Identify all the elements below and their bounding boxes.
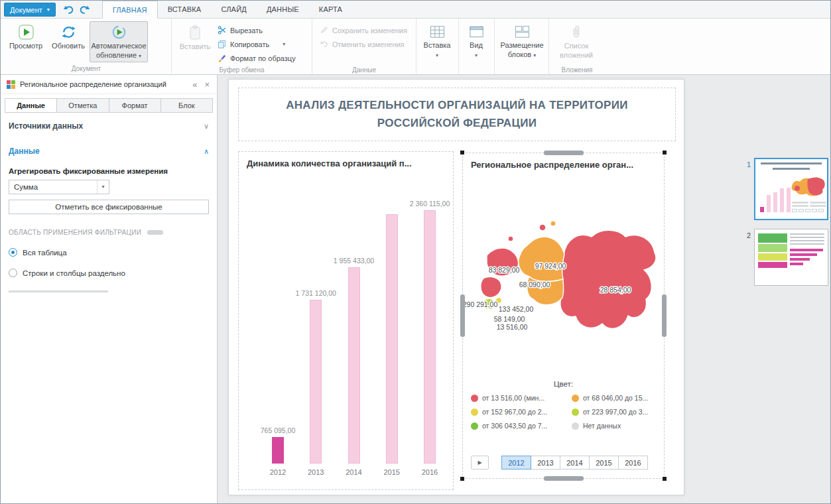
- view-button[interactable]: Вид ▾: [463, 21, 489, 61]
- move-handle[interactable]: [544, 476, 584, 481]
- panel-tab-format[interactable]: Формат: [109, 98, 161, 113]
- move-handle[interactable]: [544, 151, 584, 155]
- move-handle[interactable]: [662, 294, 667, 337]
- paste-button[interactable]: Вставить: [176, 21, 214, 54]
- group-label-clipboard: Буфер обмена: [172, 66, 312, 74]
- map-label: 13 516,00: [497, 323, 528, 331]
- tab-slide[interactable]: СЛАЙД: [211, 1, 257, 18]
- resize-handle[interactable]: [460, 151, 464, 155]
- bar[interactable]: [424, 210, 436, 464]
- thumbnail-number-2: 2: [745, 231, 753, 239]
- map-island-3[interactable]: [508, 236, 513, 241]
- bar-x-label: 2015: [384, 468, 400, 480]
- move-handle[interactable]: [460, 294, 465, 337]
- section-data[interactable]: Данные ∧: [1, 138, 217, 163]
- map-region-siberia[interactable]: [519, 237, 564, 281]
- block-type-icon: [7, 80, 15, 89]
- tab-karta[interactable]: КАРТА: [309, 1, 352, 18]
- tab-dannye[interactable]: ДАННЫЕ: [257, 1, 309, 18]
- tab-vstavka[interactable]: ВСТАВКА: [158, 1, 212, 18]
- radio-selected-icon: [9, 248, 17, 257]
- map-island-2[interactable]: [550, 221, 556, 226]
- bar-column-2014[interactable]: 1 955 433,002014: [336, 257, 372, 480]
- map-time-controls: ▶ 2012 2013 2014 2015 2016: [471, 456, 656, 470]
- bar-column-2016[interactable]: 2 360 115,002016: [412, 200, 448, 480]
- map-region-volga[interactable]: [481, 277, 501, 297]
- thumbnail-slide-1[interactable]: [754, 158, 828, 220]
- bar-column-2015[interactable]: 2015: [374, 204, 410, 480]
- year-button-2016[interactable]: 2016: [618, 456, 648, 470]
- map-label: 97 924,00: [535, 262, 566, 270]
- blocks-layout-button[interactable]: Размещение блоков ▾: [499, 21, 545, 62]
- year-button-2014[interactable]: 2014: [560, 456, 590, 470]
- bar-chart-plot: 765 095,0020121 731 120,0020131 955 433,…: [260, 182, 448, 480]
- undo-changes-icon: [320, 40, 328, 48]
- radio-whole-table[interactable]: Вся таблица: [9, 248, 209, 257]
- play-button[interactable]: ▶: [471, 456, 489, 470]
- thumb-title-line: [773, 168, 810, 170]
- resize-handle[interactable]: [663, 151, 667, 155]
- auto-update-icon: [111, 25, 127, 40]
- attachments-button[interactable]: Список вложений: [553, 21, 600, 62]
- section-data-sources[interactable]: Источники данных ∨: [1, 113, 217, 138]
- bar-x-label: 2012: [270, 468, 286, 480]
- bar[interactable]: [386, 214, 398, 464]
- redo-button[interactable]: [77, 1, 93, 18]
- bar[interactable]: [272, 437, 284, 464]
- aggregate-select[interactable]: Сумма ▾: [9, 180, 109, 194]
- year-button-2015[interactable]: 2015: [589, 456, 619, 470]
- map-region-far-east[interactable]: [557, 230, 656, 328]
- refresh-button[interactable]: Обновить: [47, 21, 90, 53]
- panel-tab-data[interactable]: Данные: [5, 98, 57, 113]
- group-label-document: Документ: [1, 65, 172, 72]
- legend-title: Цвет:: [463, 380, 664, 388]
- bar-chart-block[interactable]: Динамика количества организаций п... 765…: [238, 151, 454, 490]
- bar-column-2012[interactable]: 765 095,002012: [260, 426, 296, 480]
- radio-rows-columns[interactable]: Строки и столбцы раздельно: [9, 269, 209, 277]
- slide[interactable]: АНАЛИЗ ДЕЯТЕЛЬНОСТИ ОРГАНИЗАЦИЙ НА ТЕРРИ…: [228, 79, 684, 495]
- copy-button[interactable]: Копировать ▾: [214, 38, 299, 50]
- cut-button[interactable]: Вырезать: [214, 24, 299, 36]
- cancel-changes-button[interactable]: Отменить изменения: [316, 38, 411, 50]
- group-label-data: Данные: [312, 66, 416, 74]
- chevron-down-icon: ▾: [47, 7, 50, 13]
- panel-tab-selection[interactable]: Отметка: [56, 98, 109, 113]
- thumb-table-lines: [790, 233, 824, 247]
- legend-color-dot: [471, 395, 478, 402]
- bar[interactable]: [348, 267, 360, 464]
- undo-icon: [63, 5, 74, 15]
- bar-value-label: 2 360 115,00: [410, 200, 450, 208]
- aggregate-select-value: Сумма: [9, 183, 97, 191]
- map-block[interactable]: Региональное распределение орган... 83 8…: [462, 153, 665, 479]
- legend-item: от 13 516,00 (мин...: [471, 394, 572, 402]
- map-label: 290 291,00: [463, 300, 498, 308]
- undo-button[interactable]: [61, 1, 77, 18]
- format-painter-button[interactable]: Формат по образцу: [214, 52, 299, 64]
- bar-column-2013[interactable]: 1 731 120,002013: [298, 289, 334, 480]
- close-panel-icon[interactable]: ×: [203, 80, 211, 90]
- resize-handle[interactable]: [663, 477, 667, 481]
- preview-button[interactable]: Просмотр: [5, 21, 47, 53]
- auto-update-button[interactable]: Автоматическое обновление ▾: [90, 21, 148, 62]
- legend-item: от 306 043,50 до 7...: [471, 422, 572, 430]
- tab-glavnaya[interactable]: ГЛАВНАЯ: [102, 1, 158, 19]
- document-menu-button[interactable]: Документ ▾: [4, 3, 56, 17]
- bar[interactable]: [310, 300, 322, 464]
- bar-x-label: 2013: [308, 468, 324, 480]
- format-painter-icon: [218, 54, 226, 62]
- year-button-2013[interactable]: 2013: [531, 456, 560, 470]
- slide-title-block[interactable]: АНАЛИЗ ДЕЯТЕЛЬНОСТИ ОРГАНИЗАЦИЙ НА ТЕРРИ…: [238, 88, 676, 141]
- thumbnail-slide-2[interactable]: [754, 229, 828, 286]
- map-island-1[interactable]: [539, 224, 546, 231]
- blocks-layout-icon: [514, 25, 531, 39]
- panel-tab-block[interactable]: Блок: [160, 98, 213, 113]
- save-changes-button[interactable]: Сохранить изменения: [316, 24, 411, 36]
- insert-button[interactable]: Вставка ▾: [420, 21, 454, 61]
- slide-canvas[interactable]: АНАЛИЗ ДЕЯТЕЛЬНОСТИ ОРГАНИЗАЦИЙ НА ТЕРРИ…: [218, 75, 741, 503]
- legend-color-dot: [572, 395, 579, 402]
- scissors-icon: [218, 26, 226, 34]
- mark-all-fixed-button[interactable]: Отметить все фиксированные: [9, 200, 209, 214]
- year-button-2012[interactable]: 2012: [501, 456, 531, 470]
- resize-handle[interactable]: [460, 477, 464, 481]
- collapse-panel-icon[interactable]: «: [191, 80, 198, 90]
